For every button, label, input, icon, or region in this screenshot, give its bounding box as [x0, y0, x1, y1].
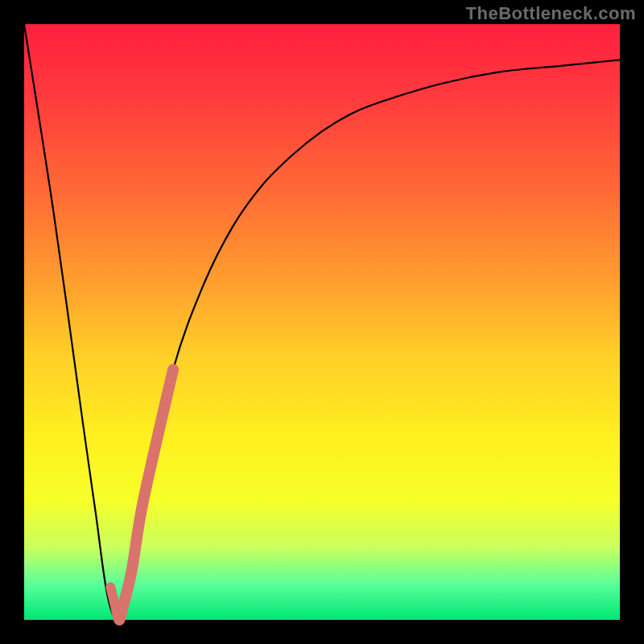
highlight-segment: [119, 369, 173, 620]
watermark-text: TheBottleneck.com: [466, 3, 636, 24]
highlight-hook: [110, 587, 126, 620]
curve-layer: [24, 24, 620, 620]
plot-area: [24, 24, 620, 620]
chart-frame: TheBottleneck.com: [0, 0, 644, 644]
bottleneck-curve: [24, 24, 620, 621]
